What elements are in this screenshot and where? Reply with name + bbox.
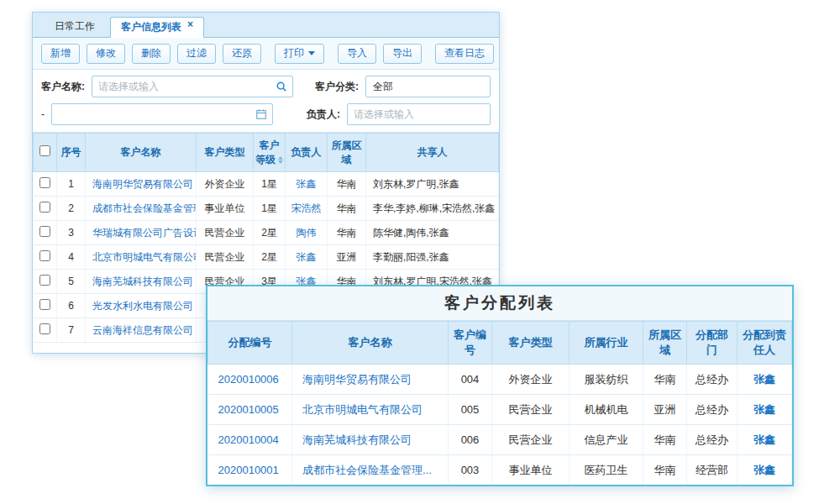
- tab-label: 日常工作: [55, 20, 95, 32]
- tab-bar: 日常工作 客户信息列表 ×: [33, 13, 499, 38]
- alloc-no-link[interactable]: 2020010005: [218, 403, 279, 416]
- date-input[interactable]: [52, 108, 250, 120]
- restore-button[interactable]: 还原: [223, 44, 261, 64]
- customer-name-link[interactable]: 华瑞城有限公司广告设计部: [92, 227, 197, 239]
- tab-daily-work[interactable]: 日常工作: [45, 16, 105, 37]
- dept-cell: 总经办: [687, 365, 738, 395]
- alloc-no-link[interactable]: 2020010001: [218, 464, 279, 476]
- sort-icon[interactable]: [278, 156, 283, 164]
- customer-name-link[interactable]: 海南明华贸易有限公司: [92, 178, 193, 190]
- customer-table-header-row: 序号 客户名称 客户类型 客户等级 负责人 所属区域 共享人: [34, 134, 499, 172]
- customer-name-input[interactable]: [92, 81, 270, 92]
- region-cell: 华南: [643, 365, 687, 395]
- customer-name-input-wrap: [92, 76, 293, 97]
- table-row[interactable]: 2020010004 海南芜城科技有限公司 006 民营企业 信息产业 华南 总…: [208, 425, 792, 455]
- region-cell: 华南: [643, 455, 687, 486]
- customer-name-link[interactable]: 北京市明城电气有限公司: [302, 403, 423, 416]
- customer-type-cell: 外资企业: [492, 365, 570, 395]
- export-button[interactable]: 导出: [383, 44, 422, 64]
- date-input-wrap: [51, 103, 273, 125]
- customer-name-cell: 海南明华贸易有限公司: [292, 365, 449, 395]
- dept-cell: 经营部: [687, 455, 738, 486]
- import-button[interactable]: 导入: [338, 44, 376, 64]
- edit-button[interactable]: 修改: [87, 44, 125, 64]
- select-all-checkbox[interactable]: [39, 145, 50, 156]
- row-no: 2: [57, 197, 86, 221]
- allocation-panel-title: 客户分配列表: [207, 286, 792, 321]
- filter-button[interactable]: 过滤: [177, 44, 216, 64]
- delete-button[interactable]: 删除: [132, 44, 171, 64]
- row-checkbox-cell: [34, 270, 57, 294]
- assignee-cell: 张鑫: [738, 425, 792, 455]
- assignee-cell: 张鑫: [738, 395, 792, 425]
- row-checkbox[interactable]: [39, 202, 50, 213]
- table-row[interactable]: 4 北京市明城电气有限公司 民营企业 2星 张鑫 亚洲 李勤丽,阳强,张鑫: [34, 245, 499, 270]
- shared-cell: 刘东林,罗广明,张鑫: [366, 172, 499, 197]
- customer-name-link[interactable]: 海南芜城科技有限公司: [92, 276, 193, 287]
- alloc-no-link[interactable]: 2020010006: [218, 373, 279, 386]
- col-region: 所属区域: [328, 134, 366, 172]
- owner-link[interactable]: 宋浩然: [291, 202, 322, 214]
- customer-name-link[interactable]: 北京市明城电气有限公司: [92, 251, 197, 263]
- customer-name-label: 客户名称:: [41, 80, 85, 94]
- customer-type-cell: 外资企业: [197, 172, 254, 197]
- customer-name-link[interactable]: 云南海祥信息有限公司: [92, 324, 193, 336]
- table-row[interactable]: 2020010005 北京市明城电气有限公司 005 民营企业 机械机电 亚洲 …: [208, 395, 792, 425]
- close-icon[interactable]: ×: [187, 19, 193, 29]
- assignee-link[interactable]: 张鑫: [753, 373, 775, 386]
- owner-input[interactable]: [348, 108, 490, 120]
- assignee-link[interactable]: 张鑫: [753, 464, 775, 476]
- table-row[interactable]: 2020010001 成都市社会保险基金管理... 003 事业单位 医药卫生 …: [208, 455, 792, 486]
- region-cell: 华南: [328, 197, 366, 221]
- row-checkbox[interactable]: [39, 250, 50, 261]
- table-row[interactable]: 3 华瑞城有限公司广告设计部 民营企业 2星 陶伟 华南 陈华健,陶伟,张鑫: [34, 221, 499, 245]
- customer-name-link[interactable]: 成都市社会保险基金管理...: [302, 464, 432, 476]
- owner-link[interactable]: 张鑫: [297, 251, 317, 263]
- row-checkbox[interactable]: [39, 299, 50, 310]
- alloc-no-link[interactable]: 2020010004: [218, 433, 279, 446]
- industry-cell: 机械机电: [570, 395, 643, 425]
- row-checkbox-cell: [34, 245, 57, 270]
- owner-link[interactable]: 陶伟: [297, 227, 317, 239]
- customer-name-cell: 华瑞城有限公司广告设计部: [86, 221, 197, 245]
- customer-type-cell: 民营企业: [197, 221, 254, 245]
- owner-link[interactable]: 张鑫: [297, 178, 317, 190]
- row-checkbox[interactable]: [39, 177, 50, 188]
- customer-name-link[interactable]: 海南明华贸易有限公司: [302, 373, 412, 386]
- row-checkbox[interactable]: [39, 226, 50, 237]
- tab-customer-info-list[interactable]: 客户信息列表 ×: [110, 17, 204, 38]
- row-checkbox[interactable]: [39, 275, 50, 286]
- customer-level-cell: 1星: [254, 172, 286, 197]
- print-button[interactable]: 打印: [275, 44, 324, 64]
- add-button[interactable]: 新增: [41, 44, 80, 64]
- customer-name-cell: 海南明华贸易有限公司: [86, 172, 197, 197]
- col-alloc-no: 分配编号: [208, 322, 292, 365]
- assignee-link[interactable]: 张鑫: [753, 433, 775, 446]
- customer-level-cell: 2星: [254, 245, 286, 270]
- table-row[interactable]: 2020010006 海南明华贸易有限公司 004 外资企业 服装纺织 华南 总…: [208, 365, 792, 395]
- col-industry: 所属行业: [570, 322, 643, 365]
- row-checkbox[interactable]: [39, 323, 50, 334]
- calendar-icon[interactable]: [250, 108, 272, 120]
- customer-name-link[interactable]: 光发水利水电有限公司: [92, 300, 193, 312]
- customer-no-cell: 006: [449, 425, 492, 455]
- row-no: 7: [57, 318, 86, 343]
- row-checkbox-cell: [34, 172, 57, 197]
- dept-cell: 总经办: [687, 395, 738, 425]
- customer-name-link[interactable]: 成都市社会保险基金管理...: [92, 202, 197, 214]
- filter-area: 客户名称: 客户分类: 全部 -: [33, 70, 499, 133]
- col-owner: 负责人: [286, 134, 328, 172]
- assignee-link[interactable]: 张鑫: [753, 403, 775, 416]
- customer-name-link[interactable]: 海南芜城科技有限公司: [302, 433, 412, 446]
- view-log-button[interactable]: 查看日志: [435, 44, 494, 64]
- table-row[interactable]: 1 海南明华贸易有限公司 外资企业 1星 张鑫 华南 刘东林,罗广明,张鑫: [34, 172, 499, 197]
- table-row[interactable]: 2 成都市社会保险基金管理... 事业单位 1星 宋浩然 华南 李华,李婷,柳琳…: [34, 197, 499, 221]
- col-customer-name: 客户名称: [86, 134, 197, 172]
- customer-name-cell: 北京市明城电气有限公司: [86, 245, 197, 270]
- col-customer-level: 客户等级: [254, 134, 286, 172]
- col-shared: 共享人: [366, 134, 499, 172]
- row-checkbox-cell: [34, 318, 57, 343]
- search-icon[interactable]: [270, 81, 292, 92]
- industry-cell: 服装纺织: [570, 365, 643, 395]
- customer-category-select[interactable]: 全部: [365, 76, 491, 97]
